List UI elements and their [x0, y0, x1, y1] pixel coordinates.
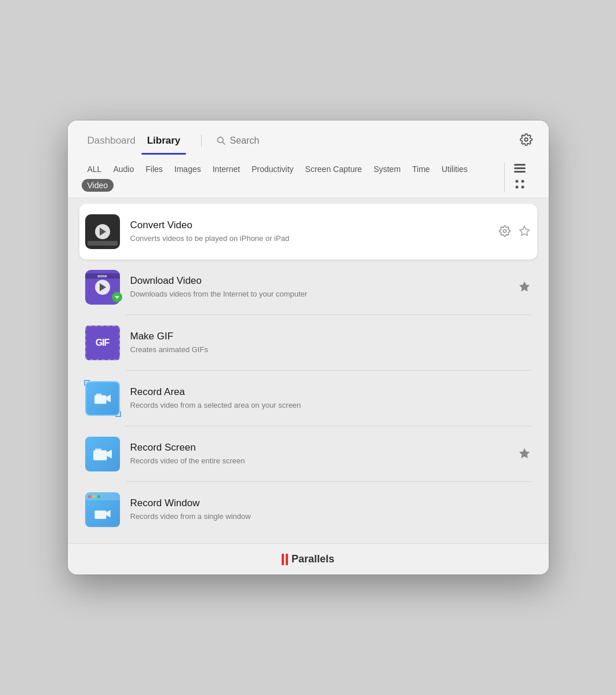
header-top: Dashboard Library [82, 131, 535, 150]
star-filled-icon [519, 281, 530, 292]
svg-line-1 [223, 142, 225, 144]
nav-divider [201, 134, 202, 147]
svg-marker-15 [106, 394, 110, 402]
item-text: Convert Video Converts videos to be play… [130, 220, 487, 244]
item-desc: Converts videos to be played on iPhone o… [130, 233, 487, 244]
parallels-logo: Parallels [282, 553, 334, 565]
svg-rect-4 [514, 167, 526, 169]
parallels-bar-2 [286, 554, 288, 565]
play-triangle [100, 283, 106, 291]
search-input[interactable] [230, 136, 511, 146]
gif-icon: GIF [85, 325, 120, 360]
tab-library[interactable]: Library [141, 135, 187, 147]
svg-marker-12 [115, 296, 119, 299]
window-dot-yellow [93, 495, 96, 498]
filter-tags: ALL Audio Files Images Internet Producti… [82, 163, 505, 192]
parallels-brand-text: Parallels [291, 553, 334, 565]
svg-rect-5 [514, 171, 526, 173]
item-gear-button[interactable] [498, 224, 512, 240]
item-gear-icon [499, 225, 511, 237]
main-window: Dashboard Library ALL [68, 120, 549, 575]
item-desc: Creates animated GIFs [130, 345, 521, 355]
filter-screen-capture[interactable]: Screen Capture [300, 163, 368, 175]
list-item[interactable]: Record Area Records video from a selecte… [79, 371, 537, 426]
item-title: Record Area [130, 386, 521, 398]
parallels-bar-1 [282, 554, 284, 565]
item-title: Record Window [130, 498, 521, 509]
svg-rect-16 [96, 394, 101, 396]
svg-marker-11 [519, 226, 529, 235]
item-actions [498, 224, 531, 240]
svg-marker-18 [107, 450, 112, 459]
filter-all[interactable]: ALL [82, 163, 108, 175]
play-triangle [100, 228, 106, 236]
header: Dashboard Library ALL [68, 120, 549, 198]
item-text: Download Video Downloads videos from the… [130, 275, 507, 299]
camera-icon [94, 392, 111, 405]
filter-utilities[interactable]: Utilities [436, 163, 473, 175]
filter-internet[interactable]: Internet [207, 163, 246, 175]
svg-rect-14 [94, 395, 107, 404]
svg-point-8 [515, 186, 518, 189]
item-actions [517, 280, 531, 295]
list-item[interactable]: Record Screen Records video of the entir… [79, 426, 537, 482]
item-actions [517, 447, 531, 462]
nav-tabs: Dashboard Library [82, 135, 187, 147]
svg-point-2 [524, 138, 528, 141]
item-star-button[interactable] [517, 224, 531, 240]
content-area: Convert Video Converts videos to be play… [68, 198, 549, 543]
record-area-icon [85, 381, 120, 416]
svg-rect-21 [94, 511, 106, 520]
search-icon [217, 136, 225, 145]
filter-time[interactable]: Time [406, 163, 436, 175]
filter-system[interactable]: System [368, 163, 407, 175]
play-circle [95, 224, 110, 239]
arrow-down-icon [114, 294, 120, 300]
gif-label: GIF [96, 338, 110, 348]
list-view-button[interactable] [513, 163, 527, 174]
list-item[interactable]: Record Window Records video from a singl… [79, 482, 537, 537]
star-filled-icon [519, 448, 530, 459]
footer: Parallels [68, 543, 549, 575]
parallels-bars [282, 554, 288, 565]
grid-view-button[interactable] [513, 178, 526, 191]
filter-video[interactable]: Video [82, 179, 114, 192]
download-video-icon: www [85, 270, 120, 305]
www-bar: www [85, 273, 120, 279]
items-list: Convert Video Converts videos to be play… [68, 204, 549, 537]
tab-dashboard[interactable]: Dashboard [82, 135, 141, 147]
filter-audio[interactable]: Audio [107, 163, 140, 175]
camera-icon-2 [93, 447, 112, 461]
svg-point-9 [521, 186, 524, 189]
svg-point-6 [515, 180, 518, 183]
list-view-icon [514, 164, 526, 173]
filter-images[interactable]: Images [169, 163, 207, 175]
window-body [85, 500, 120, 527]
window-dot-red [88, 495, 91, 498]
settings-button[interactable] [517, 131, 535, 150]
item-desc: Records video from a single window [130, 511, 521, 522]
item-text: Make GIF Creates animated GIFs [130, 331, 521, 355]
item-star-button[interactable] [517, 447, 531, 462]
list-item[interactable]: GIF Make GIF Creates animated GIFs [79, 315, 537, 371]
list-item[interactable]: www Download Video Downloads videos from… [79, 259, 537, 315]
list-item[interactable]: Convert Video Converts videos to be play… [79, 204, 537, 259]
filter-area: ALL Audio Files Images Internet Producti… [82, 158, 535, 197]
svg-point-7 [521, 180, 524, 183]
record-screen-icon [85, 437, 120, 471]
grid-view-icon [515, 179, 525, 189]
item-text: Record Window Records video from a singl… [130, 498, 521, 522]
filter-productivity[interactable]: Productivity [246, 163, 299, 175]
item-star-button[interactable] [517, 280, 531, 295]
item-text: Record Screen Records video of the entir… [130, 442, 507, 466]
convert-video-icon [85, 214, 120, 249]
view-controls [505, 163, 535, 191]
item-desc: Records video from a selected area on yo… [130, 400, 521, 411]
item-title: Download Video [130, 275, 507, 287]
filter-files[interactable]: Files [140, 163, 169, 175]
window-dot-green [97, 495, 100, 498]
svg-point-0 [218, 137, 224, 142]
svg-rect-19 [95, 448, 101, 451]
record-window-icon [85, 492, 120, 527]
window-titlebar [85, 492, 120, 500]
